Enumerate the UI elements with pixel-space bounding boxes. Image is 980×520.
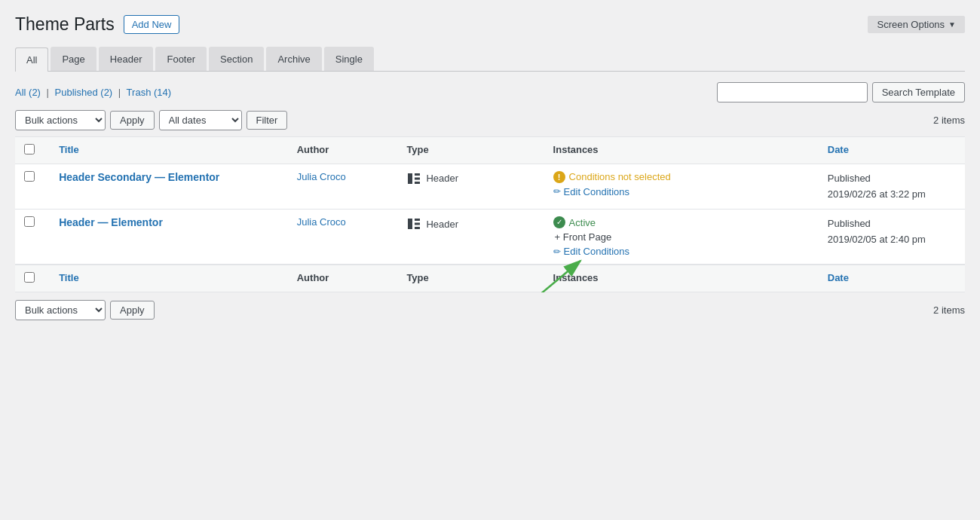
footer-cb-header: [15, 265, 50, 292]
tabs-bar: All Page Header Footer Section Archive S…: [15, 47, 965, 72]
row2-edit-conditions-label: Edit Conditions: [564, 246, 629, 257]
filter-published-link[interactable]: Published (2): [55, 87, 113, 98]
table-row: Header Secondary — Elementor Julia Croco: [15, 164, 965, 210]
pencil-icon-row2: ✏: [553, 246, 561, 257]
row2-author-link[interactable]: Julia Croco: [297, 216, 346, 228]
separator-1: |: [47, 87, 49, 98]
search-box: Search Template: [717, 82, 965, 102]
row1-checkbox-cell: [15, 164, 50, 210]
footer-title-sort-link[interactable]: Title: [59, 272, 79, 283]
row1-instances-cell: ! Conditions not selected ✏ Edit Conditi…: [544, 164, 819, 210]
row2-front-page: + Front Page: [553, 231, 810, 243]
bulk-actions-select-top[interactable]: Bulk actions: [15, 110, 106, 130]
page-title: Theme Parts: [15, 14, 115, 36]
search-template-input[interactable]: [717, 82, 868, 102]
bottom-actions-row: Bulk actions Apply 2 items: [15, 300, 965, 320]
apply-button-top[interactable]: Apply: [110, 111, 155, 130]
table-row: Header — Elementor Julia Croco: [15, 210, 965, 265]
row1-title-suffix: — Elementor: [155, 171, 219, 183]
screen-options-label: Screen Options: [877, 19, 945, 30]
tab-single[interactable]: Single: [324, 47, 374, 71]
published-count: (2): [100, 87, 112, 98]
row1-warning-text: Conditions not selected: [569, 171, 671, 182]
tab-all[interactable]: All: [15, 47, 48, 72]
svg-rect-7: [415, 227, 420, 229]
chevron-down-icon: ▼: [948, 20, 956, 29]
row1-author-cell: Julia Croco: [288, 164, 398, 210]
row2-edit-conditions-link[interactable]: ✏ Edit Conditions: [553, 246, 810, 257]
author-column-header: Author: [288, 136, 398, 164]
filter-links: All (2) | Published (2) | Trash (14): [15, 87, 171, 98]
row2-date-value: 2019/02/05 at 2:40 pm: [828, 232, 956, 248]
row2-instances-cell: ✓ Active + Front Page ✏ Edit Conditions: [544, 210, 819, 265]
date-column-header: Date: [819, 136, 965, 164]
row2-checkbox[interactable]: [24, 216, 35, 227]
row1-title-link[interactable]: Header Secondary — Elementor: [59, 171, 219, 183]
title-column-header: Title: [50, 136, 288, 164]
row2-date-cell: Published 2019/02/05 at 2:40 pm: [819, 210, 965, 265]
tab-archive[interactable]: Archive: [266, 47, 321, 71]
row1-author-link[interactable]: Julia Croco: [297, 171, 346, 182]
svg-rect-6: [415, 223, 420, 225]
add-new-button[interactable]: Add New: [124, 15, 180, 34]
row1-date-value: 2019/02/26 at 3:22 pm: [828, 187, 956, 203]
svg-rect-0: [408, 173, 412, 184]
row2-checkbox-cell: [15, 210, 50, 265]
tab-footer[interactable]: Footer: [155, 47, 207, 71]
search-template-button[interactable]: Search Template: [872, 82, 965, 102]
footer-type-header: Type: [397, 265, 544, 292]
tab-page[interactable]: Page: [51, 47, 96, 71]
row1-title-cell: Header Secondary — Elementor: [50, 164, 288, 210]
title-sort-link[interactable]: Title: [59, 144, 79, 155]
row2-type-cell: Header: [397, 210, 544, 265]
tab-section[interactable]: Section: [209, 47, 264, 71]
screen-options-button[interactable]: Screen Options ▼: [868, 16, 965, 33]
footer-instances-header: Instances: [544, 265, 819, 292]
row1-edit-conditions-link[interactable]: ✏ Edit Conditions: [553, 186, 810, 197]
footer-title-header: Title: [50, 265, 288, 292]
instances-column-header: Instances: [544, 136, 819, 164]
footer-date-header: Date: [819, 265, 965, 292]
items-count-top: 2 items: [933, 115, 965, 126]
check-icon-row2: ✓: [553, 216, 565, 228]
type-column-header: Type: [397, 136, 544, 164]
row1-type-cell: Header: [397, 164, 544, 210]
row1-type-text: Header: [426, 173, 458, 184]
footer-date-sort-link[interactable]: Date: [828, 272, 849, 283]
filter-button[interactable]: Filter: [247, 111, 288, 130]
filter-trash-link[interactable]: Trash (14): [127, 87, 171, 98]
table-footer-row: Title Author Type Instances Date: [15, 265, 965, 292]
svg-rect-1: [415, 173, 420, 176]
row2-active-badge: ✓ Active: [553, 216, 810, 228]
elementor-icon-row2: [406, 216, 421, 231]
pencil-icon-row1: ✏: [553, 186, 561, 197]
row1-date-cell: Published 2019/02/26 at 3:22 pm: [819, 164, 965, 210]
row2-date-status: Published: [828, 216, 956, 232]
top-actions-row: Bulk actions Apply All dates Filter 2 it…: [15, 110, 965, 130]
row2-active-text: Active: [569, 217, 596, 228]
row1-date-status: Published: [828, 171, 956, 187]
theme-parts-table: Title Author Type Instances Date: [15, 136, 965, 293]
select-all-checkbox[interactable]: [24, 144, 35, 154]
row1-warning: ! Conditions not selected: [553, 171, 810, 183]
row1-checkbox[interactable]: [24, 171, 35, 182]
svg-rect-4: [408, 219, 412, 229]
filter-all-link[interactable]: All (2): [15, 87, 41, 98]
footer-select-all-checkbox[interactable]: [24, 272, 35, 283]
select-all-header: [15, 136, 50, 164]
row2-title-cell: Header — Elementor: [50, 210, 288, 265]
table-header-row: Title Author Type Instances Date: [15, 136, 965, 164]
svg-rect-3: [415, 182, 420, 184]
row2-type-text: Header: [426, 219, 458, 230]
date-filter-select[interactable]: All dates: [159, 110, 242, 130]
row2-title-main: Header: [59, 216, 94, 228]
footer-author-header: Author: [288, 265, 398, 292]
bulk-actions-select-bottom[interactable]: Bulk actions: [15, 300, 106, 320]
items-count-bottom: 2 items: [933, 304, 965, 316]
date-sort-link[interactable]: Date: [828, 144, 849, 155]
tab-header[interactable]: Header: [99, 47, 154, 71]
svg-rect-2: [415, 177, 420, 179]
warning-icon-row1: !: [553, 171, 565, 183]
apply-button-bottom[interactable]: Apply: [110, 301, 155, 320]
row2-title-link[interactable]: Header — Elementor: [59, 216, 163, 228]
